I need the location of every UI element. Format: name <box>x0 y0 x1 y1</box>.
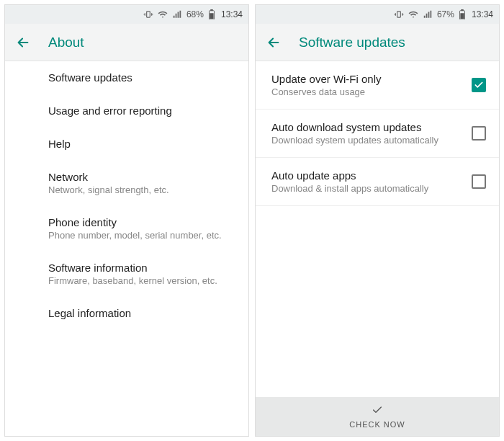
item-software-information[interactable]: Software information Firmware, baseband,… <box>5 251 248 297</box>
item-sublabel: Network, signal strength, etc. <box>48 184 235 195</box>
item-label: Phone identity <box>48 216 235 228</box>
item-usage-error-reporting[interactable]: Usage and error reporting <box>5 94 248 128</box>
item-auto-download-system-updates[interactable]: Auto download system updates Download sy… <box>256 110 499 158</box>
app-bar: Software updates <box>256 24 499 61</box>
checkbox[interactable] <box>472 174 486 189</box>
page-title: About <box>48 35 84 50</box>
item-software-updates[interactable]: Software updates <box>5 61 248 94</box>
signal-icon <box>172 9 182 19</box>
signal-icon <box>423 9 433 19</box>
status-bar: 67% 13:34 <box>256 5 499 24</box>
item-help[interactable]: Help <box>5 128 248 161</box>
item-legal-information[interactable]: Legal information <box>5 297 248 330</box>
checkbox[interactable] <box>472 78 486 92</box>
page-title: Software updates <box>299 35 405 50</box>
battery-icon <box>208 9 215 19</box>
svg-rect-6 <box>461 9 464 11</box>
item-sublabel: Phone number, model, serial number, etc. <box>48 230 235 241</box>
about-list: Software updates Usage and error reporti… <box>5 61 248 436</box>
item-label: Update over Wi-Fi only <box>271 73 463 85</box>
item-phone-identity[interactable]: Phone identity Phone number, model, seri… <box>5 206 248 251</box>
battery-percent: 68% <box>186 9 204 19</box>
wifi-icon <box>158 9 168 19</box>
svg-rect-3 <box>210 13 213 19</box>
about-screen: 68% 13:34 About Software updates Usage a… <box>4 4 249 437</box>
check-now-button[interactable]: CHECK NOW <box>256 397 499 436</box>
checkbox[interactable] <box>472 126 486 141</box>
item-label: Auto download system updates <box>271 121 463 133</box>
item-label: Legal information <box>48 307 235 319</box>
item-label: Software updates <box>48 71 235 84</box>
status-bar: 68% 13:34 <box>5 5 248 24</box>
item-sublabel: Conserves data usage <box>271 86 463 97</box>
battery-icon <box>459 9 466 19</box>
app-bar: About <box>5 24 248 61</box>
svg-rect-7 <box>460 13 464 19</box>
item-sublabel: Download system updates automatically <box>271 135 463 146</box>
back-icon[interactable] <box>266 35 282 50</box>
item-label: Software information <box>48 262 235 274</box>
battery-percent: 67% <box>437 9 454 19</box>
item-label: Network <box>48 171 235 183</box>
item-sublabel: Download & install apps automatically <box>271 183 463 194</box>
svg-rect-0 <box>147 12 150 17</box>
wifi-icon <box>408 9 418 19</box>
item-auto-update-apps[interactable]: Auto update apps Download & install apps… <box>256 158 499 206</box>
item-network[interactable]: Network Network, signal strength, etc. <box>5 161 248 206</box>
software-updates-screen: 67% 13:34 Software updates Update over W… <box>255 4 500 437</box>
item-update-wifi-only[interactable]: Update over Wi-Fi only Conserves data us… <box>256 61 499 110</box>
item-label: Usage and error reporting <box>48 104 235 117</box>
vibrate-icon <box>143 9 153 19</box>
svg-rect-2 <box>210 9 213 11</box>
svg-rect-4 <box>397 12 401 17</box>
item-sublabel: Firmware, baseband, kernel version, etc. <box>48 275 235 286</box>
updates-list: Update over Wi-Fi only Conserves data us… <box>256 61 499 397</box>
item-label: Help <box>48 138 235 150</box>
check-icon <box>370 404 384 419</box>
clock: 13:34 <box>221 9 243 19</box>
item-label: Auto update apps <box>271 169 463 182</box>
clock: 13:34 <box>472 9 493 19</box>
vibrate-icon <box>394 9 404 19</box>
back-icon[interactable] <box>15 35 31 50</box>
check-now-label: CHECK NOW <box>349 420 405 429</box>
